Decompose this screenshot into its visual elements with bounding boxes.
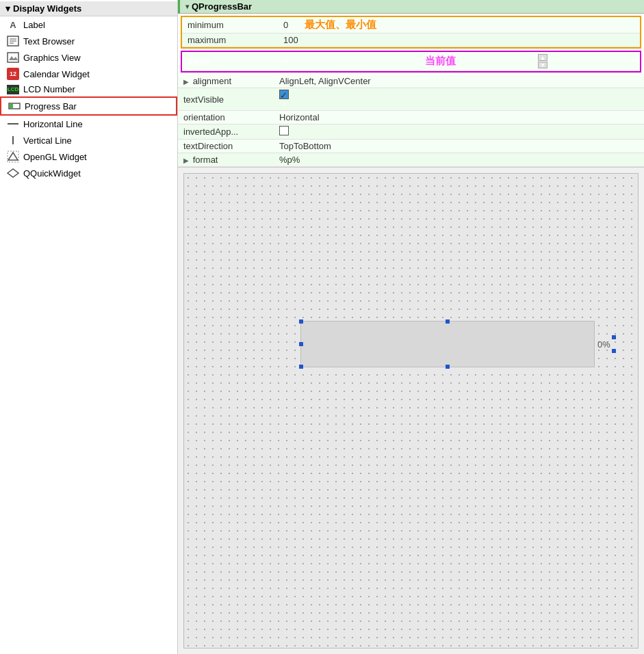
handle-top-mid[interactable] — [446, 319, 450, 324]
properties-section: ▾ QProgressBar minimum 0 最大值、最小值 maximum… — [178, 0, 644, 168]
prop-name-textdirection: textDirection — [178, 140, 274, 153]
prop-value-textdirection: TopToBottom — [274, 140, 644, 153]
textvisible-checkbox[interactable]: ✓ — [279, 90, 289, 99]
handle-top-right[interactable] — [612, 335, 616, 339]
right-panel: ▾ QProgressBar minimum 0 最大值、最小值 maximum… — [178, 0, 644, 654]
minmax-border-box: minimum 0 最大值、最小值 maximum 100 — [181, 16, 641, 49]
handle-bottom-right[interactable] — [612, 349, 616, 353]
qquick-icon — [7, 167, 19, 179]
canvas-progressbar-widget[interactable] — [300, 321, 595, 367]
svg-marker-5 — [9, 56, 18, 60]
spinner-up[interactable]: ▲ — [538, 54, 548, 61]
prop-value-alignment: AlignLeft, AlignVCenter — [274, 75, 644, 88]
canvas-progressbar-container[interactable]: 0% — [300, 321, 616, 367]
sidebar-item-vertical-line-text: Vertical Line — [23, 135, 72, 146]
prop-value-format: %p% — [274, 153, 644, 167]
sidebar-item-qquick-text: QQuickWidget — [23, 168, 81, 179]
lcd-icon: LCD — [7, 85, 19, 94]
sidebar-item-lcd-number[interactable]: LCD LCD Number — [0, 82, 177, 96]
format-expand-arrow[interactable]: ▶ — [183, 157, 189, 164]
canvas-area: 0% — [183, 173, 639, 649]
group-header-label: Display Widgets — [13, 3, 81, 14]
sidebar-item-progress-bar[interactable]: Progress Bar — [0, 96, 177, 116]
chinese-label-minmax: 最大值、最小值 — [305, 18, 376, 30]
handle-mid-left[interactable] — [299, 342, 303, 346]
value-border-box: value 0 当前值 ▲ ▼ * — [181, 51, 641, 73]
asterisk: * — [631, 56, 634, 66]
sidebar-item-vertical-line[interactable]: Vertical Line — [0, 132, 177, 148]
props-table-rest: ▶ alignment AlignLeft, AlignVCenter text… — [178, 75, 644, 167]
widget-group-header: ▾ Display Widgets — [0, 1, 177, 16]
vertical-line-icon — [7, 134, 19, 146]
opengl-icon — [7, 151, 19, 163]
label-icon: A — [7, 18, 19, 31]
progress-bar-icon — [8, 100, 21, 112]
canvas-percent-text: 0% — [597, 339, 610, 350]
sidebar-item-graphics-view[interactable]: Graphics View — [0, 49, 177, 66]
section-collapse-arrow[interactable]: ▾ — [185, 3, 189, 10]
sidebar-item-opengl-widget[interactable]: OpenGL Widget — [0, 148, 177, 165]
prop-value-minimum: 0 最大值、最小值 — [278, 17, 640, 34]
prop-name-maximum: maximum — [182, 34, 278, 47]
graphics-view-icon — [7, 51, 19, 64]
prop-name-value: value — [182, 52, 278, 71]
widget-panel: ▾ Display Widgets A Label Text Browser G… — [0, 0, 178, 654]
value-spinner[interactable]: ▲ ▼ — [538, 54, 548, 68]
prop-name-orientation: orientation — [178, 111, 274, 125]
props-value-row: value 0 当前值 ▲ ▼ * — [182, 52, 640, 71]
prop-value-value: 0 当前值 ▲ ▼ * — [278, 52, 640, 71]
canvas-percent-label: 0% — [597, 335, 616, 353]
sidebar-item-calendar-text: Calendar Widget — [23, 69, 90, 79]
sidebar-item-calendar-widget[interactable]: 12 Calendar Widget — [0, 66, 177, 82]
prop-value-invertedapp — [274, 125, 644, 140]
handle-top-left[interactable] — [299, 319, 303, 324]
svg-rect-7 — [10, 104, 13, 108]
sidebar-item-label[interactable]: A Label — [0, 16, 177, 33]
prop-value-orientation: Horizontal — [274, 111, 644, 125]
sidebar-item-opengl-text: OpenGL Widget — [23, 152, 87, 162]
sidebar-item-text-browser-text: Text Browser — [23, 36, 75, 47]
sidebar-item-horizontal-line[interactable]: Horizontal Line — [0, 116, 177, 132]
horizontal-line-icon — [7, 118, 19, 130]
group-arrow: ▾ — [5, 3, 10, 14]
section-title: QProgressBar — [192, 1, 252, 12]
sidebar-item-graphics-view-text: Graphics View — [23, 53, 81, 63]
sidebar-item-text-browser[interactable]: Text Browser — [0, 33, 177, 49]
handle-bottom-left[interactable] — [299, 365, 303, 369]
prop-value-maximum: 100 — [278, 34, 640, 47]
svg-marker-11 — [8, 153, 18, 160]
prop-value-textvisible: ✓ — [274, 88, 644, 111]
prop-name-textvisible: textVisible — [178, 88, 274, 111]
spinner-down[interactable]: ▼ — [538, 62, 548, 68]
svg-marker-12 — [8, 169, 18, 177]
invertedapp-checkbox[interactable] — [279, 126, 289, 135]
props-minimum-row: minimum 0 最大值、最小值 maximum 100 — [182, 17, 640, 47]
prop-name-invertedapp: invertedApp... — [178, 125, 274, 140]
svg-rect-4 — [8, 53, 18, 62]
canvas-dotted-bg[interactable]: 0% — [184, 174, 638, 648]
properties-section-header: ▾ QProgressBar — [178, 0, 644, 14]
chinese-label-value: 当前值 — [425, 55, 456, 68]
prop-name-alignment: ▶ alignment — [178, 75, 274, 88]
sidebar-item-horizontal-line-text: Horizontal Line — [23, 119, 83, 129]
text-browser-icon — [7, 35, 19, 47]
prop-name-minimum: minimum — [182, 17, 278, 34]
prop-name-format: ▶ format — [178, 153, 274, 167]
sidebar-item-qquick-widget[interactable]: QQuickWidget — [0, 165, 177, 181]
alignment-expand-arrow[interactable]: ▶ — [183, 78, 189, 86]
sidebar-item-label-text: Label — [23, 20, 45, 30]
calendar-icon: 12 — [7, 68, 19, 80]
sidebar-item-progress-bar-text: Progress Bar — [25, 101, 77, 112]
handle-bottom-mid[interactable] — [446, 365, 450, 369]
sidebar-item-lcd-text: LCD Number — [23, 84, 75, 94]
